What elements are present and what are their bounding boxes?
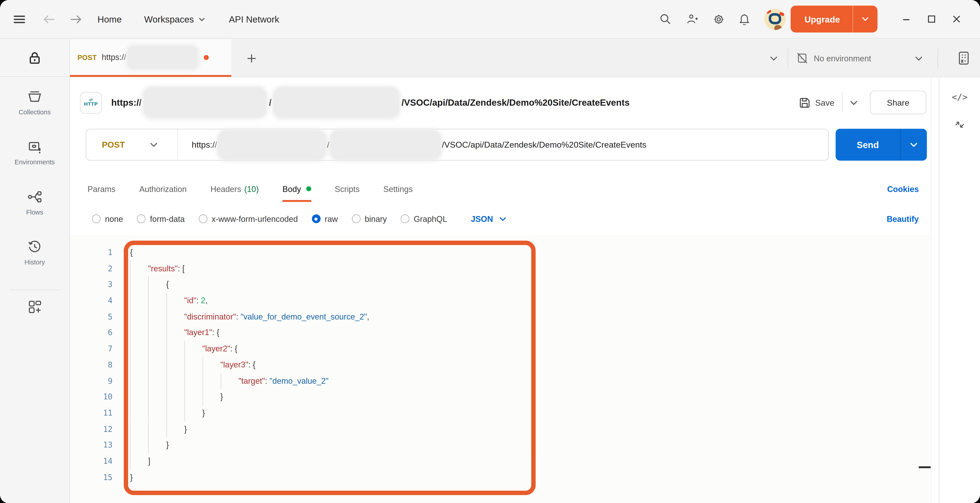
nav-workspaces[interactable]: Workspaces xyxy=(144,14,205,24)
menu-icon[interactable] xyxy=(14,15,25,23)
code-line[interactable]: 13} xyxy=(70,437,930,453)
token-p: } xyxy=(184,421,187,437)
indent-guide xyxy=(166,357,184,373)
tab-params[interactable]: Params xyxy=(88,177,116,200)
share-label: Share xyxy=(887,98,909,107)
tab-scripts[interactable]: Scripts xyxy=(335,177,360,200)
chevron-down-icon[interactable] xyxy=(850,100,858,105)
tab-label: Body xyxy=(282,184,301,194)
sidebar-item-collections[interactable]: Collections xyxy=(0,83,69,133)
tab-authorization[interactable]: Authorization xyxy=(139,177,187,200)
sidebar-item-flows[interactable]: Flows xyxy=(0,183,69,233)
code-line[interactable]: 9"target": "demo_value_2" xyxy=(70,373,930,389)
close-icon[interactable] xyxy=(943,15,969,23)
radio[interactable] xyxy=(199,215,207,223)
tab-label: Scripts xyxy=(335,184,360,194)
tab-headers[interactable]: Headers(10) xyxy=(210,177,259,200)
invite-user-icon[interactable] xyxy=(687,14,698,24)
nav-home[interactable]: Home xyxy=(97,14,121,24)
right-sidebar: </> xyxy=(939,78,980,503)
radio-selected[interactable] xyxy=(312,215,320,223)
code-line[interactable]: 6"layer1": { xyxy=(70,325,930,341)
sidebar-item-environments[interactable]: Environments xyxy=(0,133,69,183)
code-line[interactable]: 3{ xyxy=(70,277,930,293)
environment-quick-look-icon[interactable] xyxy=(950,40,977,77)
environments-icon xyxy=(27,138,42,155)
code-content: } xyxy=(130,405,205,421)
code-line[interactable]: 11} xyxy=(70,405,930,421)
radio[interactable] xyxy=(137,215,146,223)
code-line[interactable]: 12} xyxy=(70,421,930,437)
code-line[interactable]: 7"layer2": { xyxy=(70,341,930,357)
sidebar-divider xyxy=(10,290,59,290)
maximize-icon[interactable] xyxy=(919,15,943,23)
code-content: "discriminator": "value_for_demo_event_s… xyxy=(130,309,369,325)
redacted-segment xyxy=(274,88,399,118)
radio[interactable] xyxy=(401,215,409,223)
lock-icon[interactable] xyxy=(0,40,69,77)
url-input[interactable]: POST https:// / /VSOC/api/Data/Zendesk/D… xyxy=(86,129,829,161)
code-line[interactable]: 4"id": 2, xyxy=(70,293,930,309)
indent-guide xyxy=(166,405,184,421)
token-p: : xyxy=(265,373,269,389)
sidebar-nav: CollectionsEnvironmentsFlowsHistory xyxy=(0,77,69,283)
request-panel: ⇄ HTTP https:// / /VSOC/api/Data/Zendesk… xyxy=(70,78,939,503)
indent-guide xyxy=(148,389,166,405)
request-tab[interactable]: POST https:// xyxy=(70,40,231,77)
code-line[interactable]: 10} xyxy=(70,389,930,405)
radio[interactable] xyxy=(92,215,100,223)
search-icon[interactable] xyxy=(660,14,671,24)
tab-label: Headers xyxy=(210,184,241,194)
code-line[interactable]: 2"results": [ xyxy=(70,260,930,277)
beautify-link[interactable]: Beautify xyxy=(886,208,919,229)
indent-guide xyxy=(148,277,166,293)
tab-body[interactable]: Body xyxy=(282,177,311,200)
avatar[interactable] xyxy=(764,8,786,30)
swap-panes-icon[interactable] xyxy=(939,111,980,138)
code-line[interactable]: 8"layer3": { xyxy=(70,357,930,373)
token-p: } xyxy=(130,469,133,485)
cookies-link[interactable]: Cookies xyxy=(887,177,919,200)
token-s: "value_for_demo_event_source_2" xyxy=(240,309,367,325)
url-path: /VSOC/api/Data/Zendesk/Demo%20Site/Creat… xyxy=(442,140,646,150)
environment-selector[interactable]: No environment xyxy=(797,40,923,77)
tab-overflow-icon[interactable] xyxy=(764,40,784,77)
tab-settings[interactable]: Settings xyxy=(383,177,413,200)
nav-api-network[interactable]: API Network xyxy=(229,14,279,24)
raw-language-select[interactable]: JSON xyxy=(471,214,506,223)
body-mode-form-data[interactable]: form-data xyxy=(137,214,185,223)
body-mode-raw[interactable]: raw xyxy=(312,214,338,223)
code-line[interactable]: 5"discriminator": "value_for_demo_event_… xyxy=(70,309,930,325)
radio[interactable] xyxy=(352,215,360,223)
token-p: ] xyxy=(148,453,150,469)
redacted-host xyxy=(218,131,326,159)
sidebar-item-history[interactable]: History xyxy=(0,233,69,283)
chevron-down-icon[interactable] xyxy=(150,142,158,147)
upgrade-button[interactable]: Upgrade xyxy=(791,6,877,33)
code-line[interactable]: 15} xyxy=(70,469,930,485)
back-icon[interactable] xyxy=(44,15,55,24)
chevron-down-icon[interactable] xyxy=(853,17,877,21)
body-mode-graphql[interactable]: GraphQL xyxy=(401,214,447,223)
minimize-icon[interactable] xyxy=(894,15,919,24)
body-mode-binary[interactable]: binary xyxy=(352,214,387,223)
send-button[interactable]: Send xyxy=(835,129,927,161)
forward-icon[interactable] xyxy=(70,15,81,24)
code-line[interactable]: 14] xyxy=(70,453,930,469)
notifications-bell-icon[interactable] xyxy=(740,13,749,24)
code-line[interactable]: 1{ xyxy=(70,244,930,260)
scrollbar-thumb[interactable] xyxy=(919,466,931,468)
code-snippet-icon[interactable]: </> xyxy=(939,83,980,111)
token-p: { xyxy=(166,277,169,293)
method-select[interactable]: POST xyxy=(102,140,125,150)
save-button[interactable]: Save xyxy=(794,97,834,108)
token-p: : { xyxy=(212,325,219,341)
body-mode-x-www-form-urlencoded[interactable]: x-www-form-urlencoded xyxy=(199,214,298,223)
body-editor[interactable]: 1{2"results": [3{4"id": 2,5"discriminato… xyxy=(70,235,930,503)
chevron-down-icon[interactable] xyxy=(900,142,927,147)
body-mode-none[interactable]: none xyxy=(92,214,123,223)
share-button[interactable]: Share xyxy=(870,91,926,115)
add-tab-icon[interactable] xyxy=(240,40,262,77)
settings-gear-icon[interactable] xyxy=(713,13,724,24)
new-workspace-icon[interactable] xyxy=(0,300,69,314)
